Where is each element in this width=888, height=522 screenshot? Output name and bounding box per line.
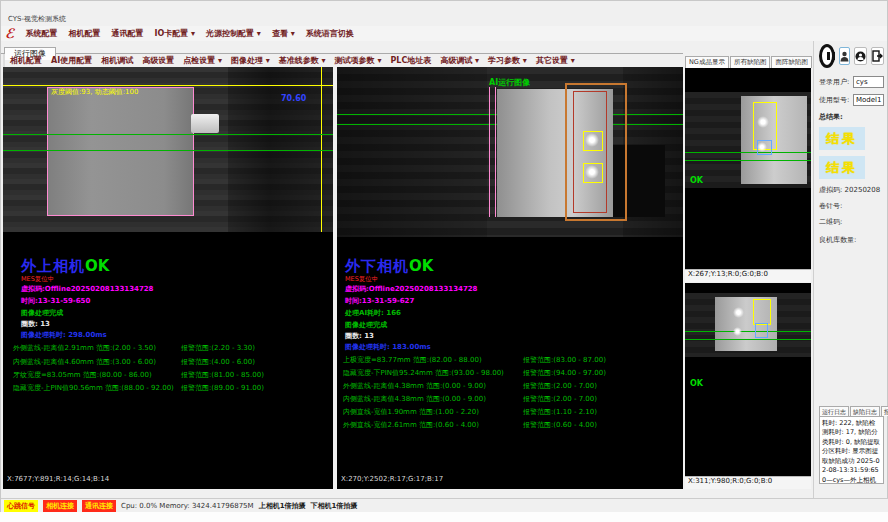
pause-icon: [827, 52, 830, 60]
reflection-flare: [757, 142, 767, 152]
toolbar-learn-params[interactable]: 学习参数 ▾: [488, 55, 527, 66]
measure-row: 外侧蓝线-距离值4.38mm 范围:(0.00 - 9.00): [343, 381, 486, 391]
camera2-mes: MES复位中: [345, 275, 378, 284]
side-view-2[interactable]: OK: [685, 283, 811, 476]
camera1-turns: 圈数: 13: [21, 319, 50, 329]
measure-row: 牙纹宽度=83.05mm 范围:(80.00 - 86.00): [13, 370, 152, 380]
alarm-range: 报警范围:(94.00 - 97.00): [523, 368, 606, 378]
user-button[interactable]: [839, 47, 850, 65]
app-window: CYS-视觉检测系统 ℰ 系统配置 相机配置 通讯配置 IO卡配置 ▾ 光源控制…: [0, 0, 888, 512]
camera2-turns: 圈数: 13: [345, 331, 374, 341]
alarm-range: 报警范围:(83.00 - 87.00): [523, 355, 606, 365]
view-tab-row: 运行图像: [1, 41, 683, 54]
overlay-yellow-box: [753, 299, 771, 325]
exit-button[interactable]: [871, 47, 884, 65]
menu-language[interactable]: 系统语言切换: [306, 28, 354, 39]
side1-pixel-coords: X:267;Y:13;R:0;G:0;B:0: [685, 269, 811, 282]
login-user-field[interactable]: cys: [853, 76, 884, 88]
operator-button[interactable]: [854, 47, 867, 65]
menu-comm-config[interactable]: 通讯配置: [111, 28, 143, 39]
reflection-flare-2: [585, 165, 599, 179]
toolbar-plc-table[interactable]: PLC地址表: [390, 55, 431, 66]
operator-icon: [855, 51, 866, 62]
measure-row: 内侧蓝线-距离值4.38mm 范围:(0.00 - 9.00): [343, 394, 486, 404]
alarm-range: 报警范围:(2.00 - 7.00): [523, 381, 597, 391]
menu-light-config[interactable]: 光源控制配置 ▾: [206, 28, 261, 39]
tab-run-log[interactable]: 运行日志: [819, 406, 849, 416]
login-user-label: 登录用户:: [819, 77, 853, 87]
toolbar-test-params[interactable]: 测试项参数 ▾: [335, 55, 382, 66]
pin-label: 卷针号:: [819, 201, 884, 211]
menu-bar: ℰ 系统配置 相机配置 通讯配置 IO卡配置 ▾ 光源控制配置 ▾ 查看 ▾ 系…: [1, 26, 887, 41]
log-textarea[interactable]: 耗时: 222, 缺陷检测耗时: 17, 缺陷分类耗时: 0, 缺陷提取分区耗时…: [819, 416, 884, 484]
login-user-row: 登录用户: cys: [819, 76, 884, 88]
tab-area-defects[interactable]: 面阵缺陷图: [771, 56, 812, 68]
toolbar-ai-config[interactable]: AI使用配置: [51, 55, 92, 66]
menu-system-config[interactable]: 系统配置: [25, 28, 57, 39]
toolbar-advanced-debug[interactable]: 高级调试 ▾: [440, 55, 479, 66]
tab-alarm-log[interactable]: 报警日志: [881, 406, 888, 416]
overlay-green-line-1: [685, 152, 811, 153]
side-tab-row: NG成品显示 所有缺陷图 面阵缺陷图: [685, 56, 811, 68]
overlay-yellow-line: [3, 85, 333, 86]
exit-icon: [872, 50, 883, 62]
menu-camera-config[interactable]: 相机配置: [68, 28, 100, 39]
window-title: CYS-视觉检测系统: [1, 14, 887, 26]
qr-label: 二维码:: [819, 217, 884, 227]
model-row: 使用型号: Model1: [819, 94, 884, 106]
camera2-pixel-coords: X:270;Y:2502;R:17;G:17;B:17: [341, 475, 443, 483]
camera2-title: 外下相机OK: [345, 257, 433, 276]
side2-status: OK: [690, 379, 703, 388]
overlay-green-line-2: [685, 339, 811, 340]
overlay-red-rect: [573, 91, 607, 213]
toolbar-image-process[interactable]: 图像处理 ▾: [231, 55, 270, 66]
alarm-range: 报警范围:(89.00 - 91.00): [181, 383, 264, 393]
log-tab-row: 运行日志 缺陷日志 报警日志: [819, 406, 884, 416]
camera2-view[interactable]: AI运行图像 外下相机OK MES复位中 虚拟码:Offline20250208…: [337, 67, 683, 489]
comm-link-badge: 通讯连接: [82, 500, 116, 512]
result-box-2: 结果: [819, 156, 865, 179]
tab-ng-display[interactable]: NG成品显示: [685, 56, 729, 68]
camera2-barcode: 虚拟码:Offline20250208133134728: [345, 284, 478, 294]
vcode-label: 虚拟码:: [819, 186, 842, 194]
measure-row: 内侧直线-宽值1.90mm 范围:(1.00 - 2.20): [343, 407, 479, 417]
overlay-pink-vline-2: [495, 87, 496, 217]
cam-bottom-mode[interactable]: 下相机1倍拍摄: [311, 501, 358, 511]
camera-link-badge: 相机连接: [43, 500, 77, 512]
measure-row: 外侧蓝线-距离值2.91mm 范围:(2.00 - 3.50): [13, 343, 156, 353]
control-icon-row: [819, 44, 884, 68]
panel-spacer: [819, 250, 884, 400]
tab-defect-log[interactable]: 缺陷日志: [850, 406, 880, 416]
value-overlay: 70.60: [281, 94, 306, 103]
model-label: 使用型号:: [819, 95, 853, 105]
magazine-label: 良机库数量:: [819, 235, 884, 245]
status-bar: 心跳信号 相机连接 通讯连接 Cpu: 0.0% Memory: 3424.41…: [1, 498, 888, 512]
toolbar-camera-debug[interactable]: 相机调试: [101, 55, 133, 66]
user-icon: [840, 51, 849, 62]
camera1-done: 图像处理完成: [21, 308, 63, 318]
tab-all-defects[interactable]: 所有缺陷图: [730, 56, 771, 68]
model-field[interactable]: Model1: [853, 94, 884, 106]
toolbar-baseline-params[interactable]: 基准线参数 ▾: [279, 55, 326, 66]
toolbar-spotcheck-settings[interactable]: 点检设置 ▾: [183, 55, 222, 66]
measure-row: 上极宽度=83.77mm 范围:(82.00 - 88.00): [343, 355, 482, 365]
pause-button[interactable]: [819, 44, 835, 68]
camera2-ai-time: 处理AI耗时: 166: [345, 308, 401, 318]
menu-view[interactable]: 查看 ▾: [272, 28, 295, 39]
reflection-flare-1: [585, 133, 599, 147]
cam-top-mode[interactable]: 上相机1倍拍摄: [259, 501, 306, 511]
menu-io-config[interactable]: IO卡配置 ▾: [154, 28, 195, 39]
toolbar-other-settings[interactable]: 其它设置 ▾: [536, 55, 575, 66]
camera2-elapsed: 图像处理耗时: 183.00ms: [345, 342, 431, 352]
side-view-1[interactable]: OK: [685, 68, 811, 269]
toolbar-advanced-settings[interactable]: 高级设置: [142, 55, 174, 66]
cpu-memory-text: Cpu: 0.0% Memory: 3424.41796875M: [121, 502, 254, 510]
camera1-view[interactable]: 灰度阈值:93, 动态阈值:100 70.60 外上相机OK MES复位中 虚拟…: [3, 67, 333, 489]
toolbar: 相机配置 AI使用配置 相机调试 高级设置 点检设置 ▾ 图像处理 ▾ 基准线参…: [3, 54, 683, 67]
toolbar-camera-config[interactable]: 相机配置: [10, 55, 42, 66]
heartbeat-badge: 心跳信号: [4, 500, 38, 512]
overlay-blue-box: [755, 323, 768, 338]
overlay-green-line-1: [3, 134, 333, 135]
camera2-name: 外下相机: [345, 257, 409, 275]
camera2-shadow-left: [337, 67, 487, 237]
